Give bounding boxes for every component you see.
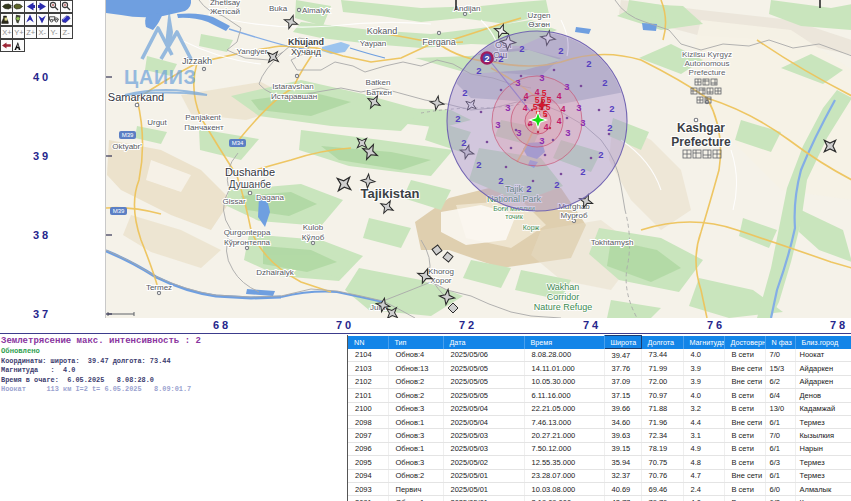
svg-text:3: 3 bbox=[516, 127, 521, 138]
svg-text:Andijan: Andijan bbox=[454, 4, 481, 13]
svg-text:Өзгөн: Өзгөн bbox=[528, 20, 550, 29]
svg-text:4: 4 bbox=[544, 122, 549, 132]
svg-text:Termez: Termez bbox=[146, 283, 172, 292]
svg-text:Prefecture: Prefecture bbox=[689, 68, 726, 77]
svg-text:2: 2 bbox=[609, 103, 614, 114]
svg-text:Kokand: Kokand bbox=[367, 26, 398, 36]
svg-text:Истаравшан: Истаравшан bbox=[271, 92, 317, 101]
svg-text:Autonomous: Autonomous bbox=[685, 59, 730, 68]
svg-text:Zhetisay: Zhetisay bbox=[210, 0, 240, 7]
svg-text:Corridor: Corridor bbox=[547, 292, 580, 302]
svg-text:Кўрғонтеппа: Кўрғонтеппа bbox=[224, 238, 271, 247]
svg-text:Yangiyer: Yangiyer bbox=[237, 47, 268, 56]
svg-text:точик: точик bbox=[505, 213, 523, 220]
svg-text:Мурғоб: Мурғоб bbox=[560, 211, 587, 220]
svg-text:Y+: Y+ bbox=[14, 28, 24, 37]
svg-text:3: 3 bbox=[539, 135, 544, 146]
svg-text:Dzhairalyk: Dzhairalyk bbox=[256, 268, 294, 277]
svg-text:3: 3 bbox=[505, 102, 510, 113]
svg-text:Yaypan: Yaypan bbox=[360, 39, 387, 48]
svg-text:Баткен: Баткен bbox=[366, 88, 392, 97]
svg-text:3: 3 bbox=[495, 119, 500, 130]
svg-text:Kashgar: Kashgar bbox=[677, 121, 725, 135]
svg-text:X-: X- bbox=[39, 28, 47, 37]
svg-text:2: 2 bbox=[554, 179, 559, 190]
svg-text:2: 2 bbox=[484, 54, 489, 64]
svg-text:4: 4 bbox=[561, 104, 566, 114]
svg-text:Batken: Batken bbox=[366, 78, 391, 87]
svg-text:2: 2 bbox=[498, 53, 503, 64]
svg-text:2: 2 bbox=[558, 45, 563, 56]
svg-text:M39: M39 bbox=[122, 132, 134, 138]
svg-text:Khorog: Khorog bbox=[428, 267, 454, 276]
svg-text:Корж: Корж bbox=[523, 224, 540, 232]
svg-text:2: 2 bbox=[462, 87, 467, 98]
svg-text:2: 2 bbox=[607, 122, 612, 133]
svg-text:3: 3 bbox=[515, 77, 520, 88]
svg-text:Tajikistan: Tajikistan bbox=[360, 186, 419, 201]
svg-text:Nature Refuge: Nature Refuge bbox=[534, 302, 593, 312]
svg-text:M34: M34 bbox=[232, 140, 244, 146]
svg-text:Gissar: Gissar bbox=[222, 197, 245, 206]
svg-text:Oktyabr': Oktyabr' bbox=[112, 142, 142, 151]
svg-text:Qurgonteppa: Qurgonteppa bbox=[224, 228, 271, 237]
svg-text:2: 2 bbox=[519, 43, 524, 54]
svg-text:Kizilsu Kyrgyz: Kizilsu Kyrgyz bbox=[682, 50, 732, 59]
svg-text:2: 2 bbox=[498, 175, 503, 186]
svg-text:4: 4 bbox=[557, 116, 562, 126]
svg-text:Urgut: Urgut bbox=[147, 118, 167, 127]
svg-text:Y-: Y- bbox=[51, 28, 58, 37]
svg-text:2: 2 bbox=[602, 77, 607, 88]
svg-text:M39: M39 bbox=[113, 208, 125, 214]
svg-text:Dushanbe: Dushanbe bbox=[225, 166, 275, 178]
svg-text:Almalyk: Almalyk bbox=[302, 6, 331, 15]
svg-text:2: 2 bbox=[598, 149, 603, 160]
svg-text:2: 2 bbox=[476, 65, 481, 76]
svg-text:Душанбе: Душанбе bbox=[229, 179, 272, 190]
svg-text:Uzgen: Uzgen bbox=[527, 11, 550, 20]
svg-text:Khujand: Khujand bbox=[288, 37, 324, 47]
svg-text:2: 2 bbox=[461, 137, 466, 148]
svg-text:Хорог: Хорог bbox=[430, 276, 452, 285]
svg-text:2: 2 bbox=[526, 183, 531, 194]
svg-text:Buka: Buka bbox=[269, 4, 288, 13]
svg-text:Хучанд: Хучанд bbox=[291, 47, 322, 57]
svg-text:Fergana: Fergana bbox=[422, 37, 456, 47]
svg-text:5: 5 bbox=[542, 88, 547, 98]
svg-text:Tokhtamysh: Tokhtamysh bbox=[591, 238, 634, 247]
svg-text:Жетісай: Жетісай bbox=[210, 7, 240, 16]
svg-text:2: 2 bbox=[580, 166, 585, 177]
svg-text:Панчакент: Панчакент bbox=[184, 123, 224, 132]
svg-text:3: 3 bbox=[580, 117, 585, 128]
svg-text:3: 3 bbox=[564, 81, 569, 92]
svg-text:Panjakent: Panjakent bbox=[185, 113, 221, 122]
svg-text:3: 3 bbox=[565, 127, 570, 138]
svg-text:3: 3 bbox=[539, 72, 544, 83]
svg-text:Istaravshan: Istaravshan bbox=[272, 82, 313, 91]
svg-text:4: 4 bbox=[523, 103, 528, 113]
svg-text:Кўлоб: Кўлоб bbox=[302, 233, 325, 242]
svg-text:Z-: Z- bbox=[63, 28, 71, 37]
svg-text:5: 5 bbox=[543, 109, 548, 119]
svg-text:X+: X+ bbox=[2, 28, 12, 37]
svg-text:2: 2 bbox=[455, 113, 460, 124]
svg-text:Z+: Z+ bbox=[26, 28, 36, 37]
svg-text:Dagana: Dagana bbox=[256, 193, 285, 202]
svg-text:Prefecture: Prefecture bbox=[671, 135, 731, 149]
svg-text:ЦАИИЗ: ЦАИИЗ bbox=[124, 66, 197, 88]
svg-text:Wakhan: Wakhan bbox=[547, 282, 580, 292]
svg-text:2: 2 bbox=[476, 159, 481, 170]
svg-text:Kulob: Kulob bbox=[303, 223, 324, 232]
svg-text:4: 4 bbox=[524, 91, 529, 101]
svg-text:3: 3 bbox=[576, 102, 581, 113]
svg-text:Jizzakh: Jizzakh bbox=[182, 56, 212, 66]
svg-text:2: 2 bbox=[586, 58, 591, 69]
svg-text:4: 4 bbox=[557, 91, 562, 101]
